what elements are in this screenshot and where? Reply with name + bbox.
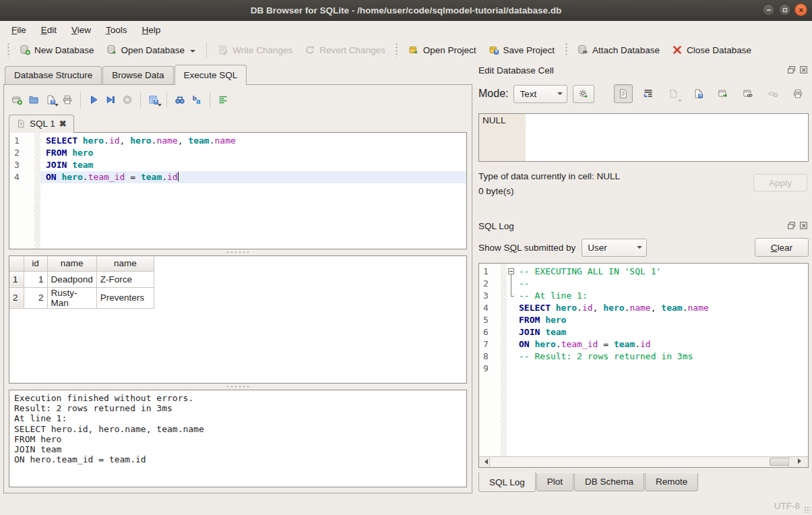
tab-database-structure[interactable]: Database Structure [5,66,102,84]
dock-close-icon[interactable] [799,221,809,231]
log-line: SELECT hero.id, hero.name, team.name [507,302,808,314]
minimize-icon[interactable] [762,3,775,16]
dock-tab-plot[interactable]: Plot [536,473,573,491]
menu-tools[interactable]: Tools [98,22,135,38]
set-null-button [763,84,782,103]
toolbar-handle[interactable] [6,42,10,57]
cell-value-editor[interactable]: NULL [478,113,809,162]
menu-edit[interactable]: Edit [34,22,64,38]
clear-log-button[interactable]: Clear [755,238,809,257]
chevron-down-icon[interactable] [158,104,162,107]
cell[interactable]: Deadpond [47,271,96,287]
code-line[interactable]: JOIN team [40,159,466,171]
resize-grip-icon[interactable] [804,506,811,513]
maximize-icon[interactable] [778,3,791,16]
column-header-name-2[interactable]: name [96,256,154,271]
auto-switch-mode-button[interactable] [573,85,594,103]
table-row[interactable]: 11DeadpondZ-Force [9,271,154,287]
apply-button[interactable]: Apply [753,174,807,191]
code-line[interactable]: FROM hero [40,147,466,159]
toolbar-button-label: Attach Database [592,45,660,55]
row-header[interactable]: 2 [9,287,24,308]
write-changes-button[interactable]: Write Changes [212,40,299,59]
export-file-button[interactable] [689,84,708,103]
copy-link-button[interactable] [739,84,757,103]
cell[interactable]: 1 [24,271,47,287]
results-grid[interactable]: idnamename11DeadpondZ-Force22Rusty-ManPr… [9,255,467,384]
code-line[interactable]: ON hero.team_id = team.id [40,171,466,183]
fold-column [507,314,516,326]
auto-format-icon[interactable]: ba [191,94,202,105]
print-cell-button[interactable] [788,84,807,103]
save-sql-file-icon[interactable] [45,94,56,105]
scroll-right-icon[interactable] [788,457,808,467]
toolbar-button-label: Save Project [503,45,555,55]
word-wrap-cell-button[interactable] [639,84,658,103]
sql-document-tab[interactable]: SQL 1 ✖ [9,115,74,133]
open-project-button[interactable]: Open Project [402,40,482,59]
row-header[interactable]: 1 [9,271,24,287]
toolbar-separator [206,42,207,58]
chevron-down-icon [678,100,682,102]
splitter-results-message[interactable] [9,384,467,390]
tab-close-icon[interactable]: ✖ [59,119,67,129]
tab-execute-sql[interactable]: Execute SQL [175,65,247,85]
new-database-button[interactable]: New Database [13,40,100,59]
cell[interactable]: Rusty-Man [47,287,96,308]
splitter-editor-results[interactable] [9,249,467,255]
dock-tab-sql-log[interactable]: SQL Log [478,473,536,492]
dock-close-icon[interactable] [799,65,809,75]
save-results-icon[interactable] [148,94,159,105]
save-project-button[interactable]: Save Project [482,40,561,59]
log-line-numbers: 123456789 [479,264,501,467]
menu-view[interactable]: View [64,22,98,38]
cell[interactable]: Z-Force [96,271,154,287]
dock-float-icon[interactable] [787,65,797,75]
fold-marker-icon[interactable] [507,266,516,278]
grid-corner[interactable] [9,256,24,271]
cell[interactable]: 2 [24,287,47,308]
sql-editor[interactable]: 1234 SELECT hero.id, hero.name, team.nam… [9,132,467,249]
new-sql-tab-icon[interactable] [11,94,22,105]
app-window: DB Browser for SQLite - /home/user/code/… [0,0,812,515]
log-horizontal-scrollbar[interactable] [479,456,808,467]
edit-cell-dock: Edit Database Cell Mode: Text [478,63,809,210]
menu-file[interactable]: File [4,22,34,38]
execute-all-icon[interactable] [88,94,99,105]
code-line[interactable]: SELECT hero.id, hero.name, team.name [40,135,466,147]
sql-log-view[interactable]: 123456789 -- EXECUTING ALL IN 'SQL 1'---… [478,263,809,468]
open-database-button[interactable]: Open Database [100,40,202,59]
editor-code-area[interactable]: SELECT hero.id, hero.name, team.nameFROM… [40,133,466,249]
attach-database-button[interactable]: Attach Database [571,40,666,59]
fold-column [507,326,516,338]
find-replace-icon[interactable] [175,94,185,105]
close-icon[interactable] [794,3,807,16]
close-database-button[interactable]: Close Database [666,40,757,59]
column-header-id-0[interactable]: id [24,256,47,271]
chevron-down-icon[interactable] [55,104,59,107]
column-header-name-1[interactable]: name [47,256,96,271]
dock-tab-db-schema[interactable]: DB Schema [574,473,644,491]
open-sql-file-icon[interactable] [28,94,39,105]
word-wrap-icon[interactable] [218,94,228,105]
mode-select[interactable]: Text [513,85,567,103]
tab-browse-data[interactable]: Browse Data [102,66,173,84]
execute-line-icon[interactable] [105,94,116,105]
save-project-icon [489,44,499,55]
toolbar-handle[interactable] [395,42,399,57]
dock-float-icon[interactable] [787,221,797,231]
scroll-left-icon[interactable] [479,457,490,467]
main-area: Database StructureBrowse DataExecute SQL… [0,61,812,497]
dock-tab-remote[interactable]: Remote [645,473,698,491]
toolbar-handle[interactable] [564,42,568,57]
cell[interactable]: Preventers [96,287,154,308]
print-icon[interactable] [62,94,73,105]
table-row[interactable]: 22Rusty-ManPreventers [9,287,154,308]
revert-changes-button[interactable]: Revert Changes [299,40,392,59]
log-filter-select[interactable]: User [582,239,647,257]
chevron-down-icon[interactable] [190,50,195,53]
open-external-button[interactable] [714,84,732,103]
menu-help[interactable]: Help [135,22,168,38]
fold-marker-icon [507,278,516,290]
text-document-button[interactable] [614,84,633,103]
